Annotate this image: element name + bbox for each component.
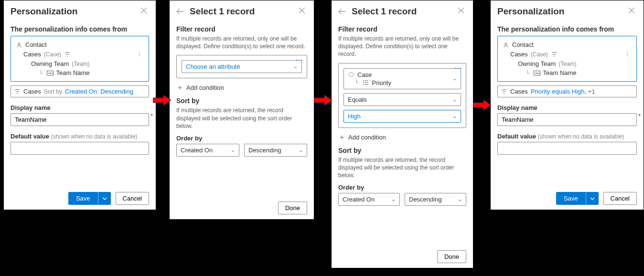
- entity-name: (Case): [531, 51, 548, 58]
- chevron-down-icon: ⌄: [458, 196, 462, 202]
- entity-name: (Team): [558, 61, 576, 67]
- attribute-select[interactable]: Case └ Priority ⌄: [343, 68, 461, 89]
- close-icon[interactable]: [297, 5, 307, 18]
- cancel-button[interactable]: Cancel: [116, 192, 149, 205]
- chevron-down-icon: ⌄: [452, 75, 457, 82]
- filter-summary[interactable]: Cases Priority equals High, +1: [497, 85, 637, 97]
- chevron-down-icon: ⌄: [452, 96, 457, 103]
- filter-prefix: Cases: [23, 88, 41, 95]
- order-by-direction-select[interactable]: Descending⌄: [405, 193, 466, 206]
- field-icon: Abc: [47, 70, 54, 76]
- svg-point-15: [349, 73, 354, 77]
- list-icon: [363, 79, 369, 86]
- close-icon[interactable]: [139, 5, 149, 18]
- tree-label: Cases: [23, 51, 41, 58]
- tree-node-contact[interactable]: Contact: [16, 40, 144, 49]
- comes-from-label: The personalization info comes from: [11, 25, 149, 33]
- tree-node-team-name[interactable]: └ Abc Team Name: [503, 68, 632, 77]
- flow-arrow-icon: [153, 94, 171, 107]
- svg-point-20: [363, 83, 364, 83]
- tree-node-owning-team[interactable]: Owning Team (Team): [16, 59, 144, 68]
- required-star: *: [638, 113, 641, 119]
- tree-label: Owning Team: [518, 60, 556, 67]
- svg-point-2: [18, 42, 20, 44]
- attr-entity: Case: [357, 71, 372, 78]
- default-value-hint: (shown when no data is available): [538, 133, 624, 140]
- sort-by-heading: Sort by: [176, 97, 307, 105]
- tree-node-owning-team[interactable]: Owning Team (Team): [503, 59, 632, 68]
- filter-record-heading: Filter record: [338, 25, 466, 33]
- add-condition-button[interactable]: ＋ Add condition: [176, 83, 307, 92]
- save-split-icon[interactable]: [586, 192, 599, 205]
- order-by-field-select[interactable]: Created On⌄: [176, 144, 239, 157]
- personalization-panel-before: Personalization The personalization info…: [4, 0, 156, 210]
- filter-link: Priority equals High, +1: [531, 88, 595, 95]
- condition-box: ⋯ Choose an attribute ⌄: [176, 55, 307, 78]
- svg-point-24: [505, 42, 507, 44]
- display-name-label: Display name: [497, 104, 637, 111]
- entity-icon: [348, 71, 354, 78]
- cancel-button[interactable]: Cancel: [603, 192, 637, 205]
- tree-corner-icon: └: [354, 79, 359, 86]
- plus-icon: ＋: [176, 83, 183, 92]
- order-by-field-select[interactable]: Created On⌄: [338, 193, 400, 206]
- save-button[interactable]: Save: [68, 192, 111, 205]
- panel-title: Select 1 record: [352, 6, 456, 17]
- close-icon[interactable]: [626, 5, 637, 18]
- entity-name: (Team): [72, 61, 89, 67]
- panel-title: Select 1 record: [190, 6, 297, 17]
- operator-select[interactable]: Equals⌄: [343, 93, 461, 106]
- default-value-hint: (shown when no data is available): [51, 133, 138, 140]
- filter-icon: [64, 51, 71, 58]
- order-by-direction-select[interactable]: Descending⌄: [244, 144, 307, 157]
- close-icon[interactable]: [456, 5, 466, 18]
- chevron-down-icon: ⌄: [299, 147, 303, 153]
- filter-summary[interactable]: Cases Sort by Created On: Descending: [11, 85, 149, 97]
- condition-box: ⋯ Case └ Priority ⌄: [338, 63, 466, 128]
- tree-node-cases[interactable]: Cases (Case) 〉: [16, 49, 144, 59]
- tree-label: Team Name: [56, 69, 90, 76]
- comes-from-label: The personalization info comes from: [497, 25, 637, 33]
- filter-icon: [14, 88, 21, 95]
- svg-point-21: [363, 85, 364, 85]
- back-icon[interactable]: [338, 8, 352, 15]
- personalization-panel-after: Personalization The personalization info…: [491, 0, 644, 210]
- tree-node-contact[interactable]: Contact: [503, 40, 632, 49]
- select-record-panel-filled: Select 1 record Filter record If multipl…: [332, 0, 473, 268]
- sort-by-desc: If multiple records are returned, the re…: [176, 106, 307, 130]
- more-icon[interactable]: ⋯: [295, 58, 303, 62]
- tree-node-team-name[interactable]: └ Abc Team Name: [16, 68, 144, 77]
- person-icon: [503, 42, 509, 48]
- svg-point-19: [363, 81, 364, 81]
- done-button[interactable]: Done: [278, 202, 307, 214]
- person-icon: [16, 42, 22, 48]
- required-star: *: [150, 113, 153, 119]
- display-name-label: Display name: [11, 104, 149, 111]
- back-icon[interactable]: [176, 8, 190, 15]
- tree-label: Contact: [512, 41, 534, 48]
- default-value-input[interactable]: [497, 142, 637, 155]
- display-name-input[interactable]: [497, 113, 637, 126]
- done-button[interactable]: Done: [437, 250, 466, 263]
- more-icon[interactable]: ⋯: [454, 66, 462, 70]
- save-split-icon[interactable]: [98, 192, 111, 205]
- svg-text:Abc: Abc: [48, 72, 53, 74]
- source-tree[interactable]: Contact Cases (Case) 〉 Owning Team (Team…: [11, 36, 149, 82]
- plus-icon: ＋: [338, 133, 345, 142]
- default-value-input[interactable]: [11, 142, 149, 155]
- attribute-select[interactable]: Choose an attribute ⌄: [182, 60, 302, 73]
- tree-node-cases[interactable]: Cases (Case) 〉: [503, 49, 632, 59]
- source-tree[interactable]: Contact Cases (Case) 〉 Owning Team (Team…: [497, 36, 637, 82]
- entity-name: (Case): [44, 51, 61, 58]
- save-button[interactable]: Save: [556, 192, 599, 205]
- tree-label: Team Name: [543, 69, 577, 76]
- add-condition-button[interactable]: ＋ Add condition: [338, 133, 466, 142]
- default-value-label: Default value (shown when no data is ava…: [11, 133, 149, 140]
- chevron-down-icon: ⌄: [231, 147, 235, 153]
- display-name-input[interactable]: [11, 113, 149, 126]
- value-select[interactable]: High⌄: [343, 110, 461, 123]
- filter-icon: [501, 88, 507, 95]
- chevron-down-icon: ⌄: [293, 64, 298, 70]
- svg-text:Abc: Abc: [535, 72, 540, 74]
- sort-by-heading: Sort by: [338, 147, 466, 154]
